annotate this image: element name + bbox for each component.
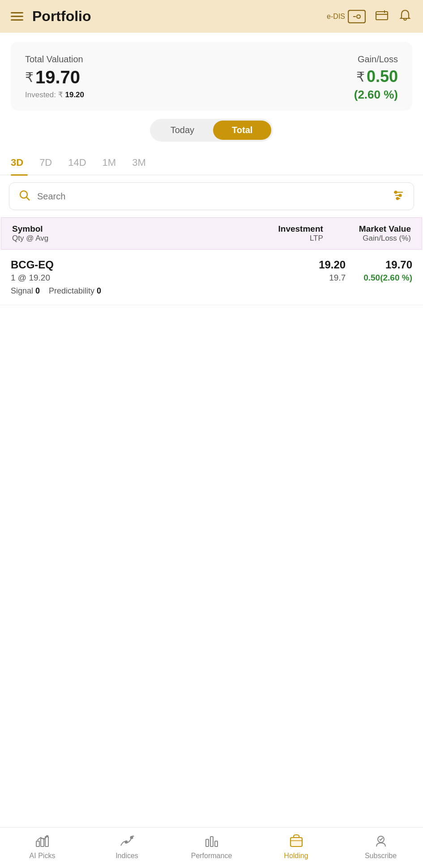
subscribe-icon bbox=[373, 833, 389, 849]
bottom-nav: AI Picks Indices Performance Holding bbox=[0, 827, 423, 868]
svg-point-17 bbox=[125, 841, 127, 843]
stock-market-value: 19.70 bbox=[385, 259, 412, 271]
total-toggle-button[interactable]: Total bbox=[213, 121, 271, 140]
stock-mid-col: 19.20 19.7 bbox=[319, 259, 346, 283]
header-symbol-col: Symbol Qty @ Avg bbox=[12, 224, 278, 243]
svg-point-11 bbox=[395, 191, 397, 194]
th-investment: Investment bbox=[278, 224, 323, 234]
app-header: Portfolio e-DIS bbox=[0, 0, 423, 33]
today-total-toggle: Today Total bbox=[150, 119, 273, 142]
period-tabs: 3D 7D 14D 1M 3M bbox=[0, 151, 423, 175]
header-left: Portfolio bbox=[11, 8, 91, 25]
search-icon bbox=[18, 189, 31, 203]
svg-rect-15 bbox=[41, 838, 44, 846]
stock-ltp: 19.7 bbox=[329, 273, 346, 283]
tab-3m[interactable]: 3M bbox=[132, 151, 162, 175]
notifications-bell-icon[interactable] bbox=[398, 9, 412, 25]
valuation-section: Total Valuation ₹ 19.70 Invested: ₹ 19.2… bbox=[0, 33, 423, 142]
svg-rect-19 bbox=[206, 839, 209, 846]
ai-picks-icon bbox=[34, 833, 51, 849]
svg-point-12 bbox=[399, 194, 402, 197]
svg-rect-21 bbox=[215, 841, 218, 846]
stock-gain-loss: 0.50(2.60 %) bbox=[363, 273, 412, 283]
valuation-left: Total Valuation ₹ 19.70 Invested: ₹ 19.2… bbox=[25, 54, 84, 99]
holding-icon bbox=[288, 833, 304, 849]
main-content: Total Valuation ₹ 19.70 Invested: ₹ 19.2… bbox=[0, 33, 423, 350]
nav-item-holding[interactable]: Holding bbox=[269, 833, 323, 860]
invested-amount: 19.20 bbox=[65, 91, 84, 99]
nav-label-indices: Indices bbox=[115, 852, 138, 860]
signal-label: Signal 0 bbox=[11, 286, 40, 296]
header-right: e-DIS bbox=[327, 9, 412, 25]
svg-rect-20 bbox=[210, 837, 213, 846]
svg-rect-22 bbox=[291, 838, 302, 846]
toggle-row: Today Total bbox=[11, 119, 412, 142]
page-title: Portfolio bbox=[32, 8, 91, 25]
nav-label-performance: Performance bbox=[191, 852, 232, 860]
predictability-value: 0 bbox=[97, 286, 101, 295]
header-marketval-col: Market Value Gain/Loss (%) bbox=[341, 224, 411, 243]
header-investment-col: Investment LTP bbox=[278, 224, 323, 243]
nav-item-performance[interactable]: Performance bbox=[185, 833, 239, 860]
stock-qty-avg: 1 @ 19.20 bbox=[11, 273, 319, 283]
today-toggle-button[interactable]: Today bbox=[152, 121, 213, 140]
invested-label: Invested: ₹ 19.20 bbox=[25, 90, 84, 99]
performance-icon bbox=[204, 833, 220, 849]
nav-label-ai-picks: AI Picks bbox=[30, 852, 56, 860]
gain-rupee-symbol: ₹ bbox=[356, 69, 365, 85]
predictability-label: Predictability 0 bbox=[49, 286, 101, 296]
filter-icon[interactable] bbox=[392, 189, 405, 203]
th-qty-avg: Qty @ Avg bbox=[12, 234, 278, 243]
stock-right-col: 19.70 0.50(2.60 %) bbox=[363, 259, 412, 283]
nav-item-indices[interactable]: Indices bbox=[100, 833, 154, 860]
valuation-right: Gain/Loss ₹ 0.50 (2.60 %) bbox=[354, 54, 398, 102]
stock-left-col: BCG-EQ 1 @ 19.20 bbox=[11, 259, 319, 283]
nav-label-subscribe: Subscribe bbox=[365, 852, 397, 860]
svg-point-13 bbox=[397, 198, 399, 200]
table-row[interactable]: BCG-EQ 1 @ 19.20 19.20 19.7 19.70 0.50(2… bbox=[0, 250, 423, 305]
nav-item-ai-picks[interactable]: AI Picks bbox=[16, 833, 69, 860]
th-ltp: LTP bbox=[310, 234, 323, 243]
stock-main-row: BCG-EQ 1 @ 19.20 19.20 19.7 19.70 0.50(2… bbox=[11, 259, 412, 283]
svg-rect-2 bbox=[376, 12, 388, 20]
stock-symbol: BCG-EQ bbox=[11, 259, 319, 271]
search-input[interactable] bbox=[37, 191, 392, 202]
nav-item-subscribe[interactable]: Subscribe bbox=[354, 833, 408, 860]
search-bar bbox=[9, 182, 414, 210]
th-market-value: Market Value bbox=[359, 224, 411, 234]
th-gain-loss: Gain/Loss (%) bbox=[363, 234, 411, 243]
total-valuation-label: Total Valuation bbox=[25, 54, 84, 65]
stock-signals: Signal 0 Predictability 0 bbox=[11, 286, 412, 296]
search-section bbox=[0, 175, 423, 217]
gain-loss-label: Gain/Loss bbox=[354, 54, 398, 65]
edis-button[interactable]: e-DIS bbox=[327, 10, 366, 23]
svg-point-18 bbox=[130, 837, 132, 839]
tab-14d[interactable]: 14D bbox=[68, 151, 102, 175]
gain-percentage: (2.60 %) bbox=[354, 88, 398, 102]
indices-icon bbox=[119, 833, 135, 849]
tab-3d[interactable]: 3D bbox=[11, 151, 39, 175]
nav-label-holding: Holding bbox=[284, 852, 308, 860]
tab-1m[interactable]: 1M bbox=[103, 151, 132, 175]
total-valuation-amount: ₹ 19.70 bbox=[25, 67, 84, 87]
signal-value: 0 bbox=[35, 286, 40, 295]
svg-rect-14 bbox=[36, 841, 39, 846]
rupee-symbol: ₹ bbox=[25, 69, 34, 85]
edis-label: e-DIS bbox=[327, 13, 345, 21]
stock-investment: 19.20 bbox=[319, 259, 346, 271]
edis-icon bbox=[348, 10, 366, 23]
valuation-card: Total Valuation ₹ 19.70 Invested: ₹ 19.2… bbox=[11, 42, 412, 111]
gain-amount: ₹ 0.50 bbox=[354, 67, 398, 86]
svg-point-6 bbox=[20, 191, 27, 198]
svg-line-7 bbox=[26, 197, 30, 200]
search-left bbox=[18, 189, 392, 203]
total-amount-value: 19.70 bbox=[35, 67, 80, 87]
tab-7d[interactable]: 7D bbox=[39, 151, 68, 175]
table-header: Symbol Qty @ Avg Investment LTP Market V… bbox=[1, 217, 422, 250]
hamburger-menu-icon[interactable] bbox=[11, 12, 23, 21]
th-symbol: Symbol bbox=[12, 224, 278, 234]
add-funds-button[interactable] bbox=[375, 9, 389, 25]
gain-value: 0.50 bbox=[367, 67, 398, 86]
